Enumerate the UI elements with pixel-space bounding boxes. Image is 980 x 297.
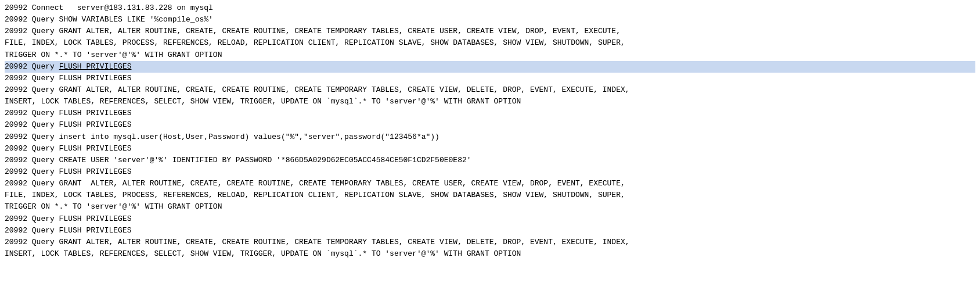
log-line: 20992 Query FLUSH PRIVILEGES (5, 225, 975, 237)
log-line: 20992 Query FLUSH PRIVILEGES (5, 119, 975, 131)
log-line: TRIGGER ON *.* TO 'server'@'%' WITH GRAN… (5, 201, 975, 213)
log-line: 20992 Query FLUSH PRIVILEGES (5, 213, 975, 225)
log-line: 20992 Query GRANT ALTER, ALTER ROUTINE, … (5, 237, 975, 248)
log-line: 20992 Query GRANT ALTER, ALTER ROUTINE, … (5, 26, 975, 37)
log-line: 20992 Query FLUSH PRIVILEGES (5, 143, 975, 155)
log-line: 20992 Connect server@183.131.83.228 on m… (5, 2, 975, 14)
log-line: 20992 Query SHOW VARIABLES LIKE '%compil… (5, 14, 975, 26)
log-container: 20992 Connect server@183.131.83.228 on m… (0, 0, 980, 262)
log-line: 20992 Query insert into mysql.user(Host,… (5, 131, 975, 143)
log-line: TRIGGER ON *.* TO 'server'@'%' WITH GRAN… (5, 49, 975, 61)
log-line: 20992 Query FLUSH PRIVILEGES (5, 61, 975, 73)
log-line: 20992 Query FLUSH PRIVILEGES (5, 166, 975, 178)
log-line: 20992 Query FLUSH PRIVILEGES (5, 108, 975, 119)
log-line: 20992 Query CREATE USER 'server'@'%' IDE… (5, 155, 975, 166)
log-line: FILE, INDEX, LOCK TABLES, PROCESS, REFER… (5, 37, 975, 49)
log-line: 20992 Query FLUSH PRIVILEGES (5, 73, 975, 84)
log-line: INSERT, LOCK TABLES, REFERENCES, SELECT,… (5, 96, 975, 108)
log-line: INSERT, LOCK TABLES, REFERENCES, SELECT,… (5, 248, 975, 260)
log-line: 20992 Query GRANT ALTER, ALTER ROUTINE, … (5, 178, 975, 189)
log-line: FILE, INDEX, LOCK TABLES, PROCESS, REFER… (5, 189, 975, 201)
log-line: 20992 Query GRANT ALTER, ALTER ROUTINE, … (5, 84, 975, 96)
